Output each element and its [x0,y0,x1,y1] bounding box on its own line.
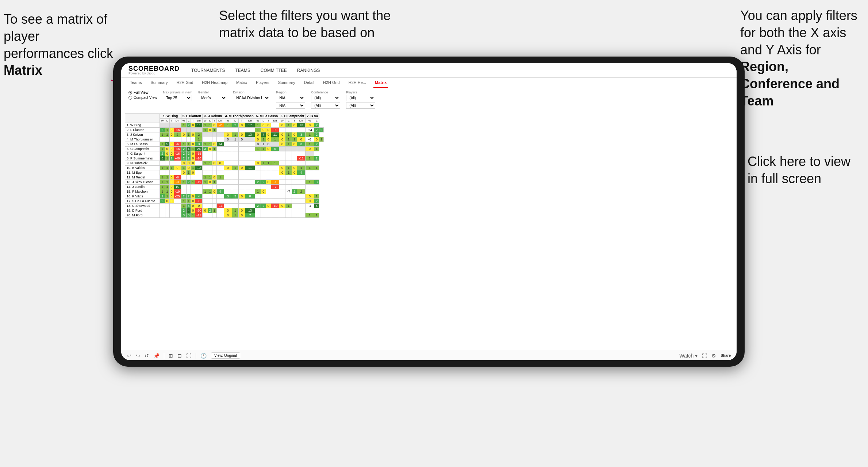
filter-conference: Conference (All) (All) [311,90,340,109]
filter-gender: Gender Men's [198,90,227,101]
tab-h2h-grid[interactable]: H2H Grid [175,78,195,88]
table-row: 11. M Ege0100104 [125,170,324,175]
toolbar-sep1 [164,353,164,359]
toolbar-view-btn[interactable]: View: Original [211,352,240,359]
annotation-left: To see a matrix of player performances c… [4,11,120,79]
annotation-bottom-right: Click here to view in full screen [748,153,864,188]
table-row: 8. P Summerhays512-48220-16-1112 [125,156,324,161]
filter-region-label: Region [276,90,305,94]
filter-players-select1[interactable]: (All) [346,95,375,101]
radio-compact-label: Compact View [134,96,157,100]
bottom-toolbar: ↩ ↪ ↺ 📌 ⊞ ⊟ ⛶ 🕐 View: Original Watch ▾ ⛶… [121,351,737,360]
table-row: 6. C Lamprecht100-1624124301110601 [125,147,324,151]
sub-nav: Teams Summary H2H Grid H2H Heatmap Matri… [121,78,737,88]
toolbar-sep2 [196,353,196,359]
toolbar-right: Watch ▾ ⛶ ⚙ Share [679,353,731,359]
table-row: 12. M Riedel110-61101 [125,175,324,180]
radio-compact-dot [128,96,132,100]
ann-right-text: You can apply filters for both the X axi… [740,8,857,57]
nav-tournaments[interactable]: TOURNAMENTS [191,66,226,74]
nav-items: TOURNAMENTS TEAMS COMMITTEE RANKINGS [191,66,320,74]
tab-summary[interactable]: Summary [149,78,169,88]
filter-max-select[interactable]: Top 25 [163,95,192,101]
table-row: 7. G Sargent200-16220-15 [125,151,324,156]
annotation-right: You can apply filters for both the X axi… [740,7,864,110]
filter-division-select[interactable]: NCAA Division I [233,95,270,101]
filter-region-select2[interactable]: N/A [276,103,305,109]
ann-bottom-text: Click here to view in full screen [748,154,850,186]
tab-detail[interactable]: Detail [303,78,316,88]
filters-row: Full View Compact View Max players in vi… [121,88,737,111]
share-button[interactable]: Share [721,354,731,358]
table-row: 14. J Lundin11010-7 [125,185,324,189]
nav-committee[interactable]: COMMITTEE [260,66,288,74]
table-row: 3. J Koivun110201020101304011010312 [125,132,324,137]
ann-left-bold: Matrix [4,63,42,78]
tab-teams[interactable]: Teams [128,78,143,88]
filter-gender-select[interactable]: Men's [198,95,227,101]
filter-players-select2[interactable]: (All) [346,103,375,109]
filter-players: Players (All) (All) [346,90,375,109]
toolbar-undo[interactable]: ↩ [127,353,131,359]
radio-full-label: Full View [134,90,148,94]
table-row: 10. B Valdes11101011001011010111 [125,166,324,170]
filter-conference-select1[interactable]: (All) [311,95,340,101]
filter-conference-label: Conference [311,90,340,94]
ann-right-bold1: Region, Conference and [740,59,840,91]
table-row: 18. C Sherwood1300-11220-1001-45 [125,204,324,208]
table-row: 15. P Maichon110-19110410-722 [125,189,324,194]
matrix-area[interactable]: 1. W Ding 2. L Clanton 3. J Koivun 4. M … [121,111,737,351]
filter-region-select1[interactable]: N/A [276,95,305,101]
table-row: 16. K Vilips210-252204330801 [125,194,324,199]
nav-teams[interactable]: TEAMS [234,66,251,74]
radio-compact-view[interactable]: Compact View [128,96,157,100]
filter-conference-select2[interactable]: (All) [311,103,340,109]
table-row: 13. J Skov Olesen110-3121-19101220-113 [125,180,324,185]
toolbar-redo[interactable]: ↪ [136,353,140,359]
tablet-frame: SCOREBOARD Powered by clippd TOURNAMENTS… [113,57,745,367]
toolbar-clock[interactable]: 🕐 [200,353,207,359]
filter-gender-label: Gender [198,90,227,94]
tab-matrix[interactable]: Matrix [235,78,249,88]
toolbar-screen[interactable]: ⛶ [702,353,707,359]
toolbar-watch[interactable]: Watch ▾ [679,353,698,359]
top-nav: SCOREBOARD Powered by clippd TOURNAMENTS… [121,63,737,78]
tablet-screen: SCOREBOARD Powered by clippd TOURNAMENTS… [121,63,737,360]
table-row: 9. N Gabrelcik00011000111 [125,161,324,166]
table-row: 20. M Ford331-11010711 [125,213,324,218]
filter-max-label: Max players in view [163,90,192,94]
table-row: 5. M La Sasso150-6110311014010010312 [125,142,324,147]
radio-full-dot [128,91,132,94]
filter-max-players: Max players in view Top 25 [163,90,192,101]
ann-left-text: To see a matrix of player performances c… [4,12,113,61]
tab-h2hhe[interactable]: H2H He... [347,78,368,88]
toolbar-fit[interactable]: ⛶ [186,353,191,359]
radio-full-view[interactable]: Full View [128,90,157,94]
view-radio-group: Full View Compact View [128,90,157,100]
toolbar-zoom-in[interactable]: ⊞ [169,353,173,359]
matrix-table: 1. W Ding 2. L Clanton 3. J Koivun 4. M … [125,113,324,218]
toolbar-settings[interactable]: ⚙ [711,353,716,359]
filter-players-label: Players [346,90,375,94]
tab-h2h-heatmap[interactable]: H2H Heatmap [200,78,229,88]
tab-h2h-grid2[interactable]: H2H Grid [322,78,341,88]
tab-players[interactable]: Players [254,78,271,88]
toolbar-refresh[interactable]: ↺ [145,353,149,359]
table-row: 2. L Clanton210-16101100-6-2422 [125,128,324,132]
table-row: 17. S De La Fuente200110-802 [125,199,324,204]
nav-rankings[interactable]: RANKINGS [296,66,321,74]
ann-right-bold2: Team [740,93,773,108]
toolbar-pin[interactable]: 📌 [153,353,160,359]
filter-division-label: Division [233,90,270,94]
tab-summary2[interactable]: Summary [277,78,297,88]
logo-main: SCOREBOARD [128,65,180,72]
filter-region: Region N/A N/A [276,90,305,109]
table-row: 1. W Ding12011110-2120171000101302 [125,123,324,128]
ann-center-text: Select the filters you want the matrix d… [219,8,391,40]
filter-division: Division NCAA Division I [233,90,270,101]
toolbar-zoom-out[interactable]: ⊟ [177,353,182,359]
tab-matrix-active[interactable]: Matrix [373,78,388,88]
annotation-center: Select the filters you want the matrix d… [219,7,394,42]
logo-sub: Powered by clippd [128,72,180,75]
table-row: 19. D Ford240-2002101013 [125,208,324,213]
